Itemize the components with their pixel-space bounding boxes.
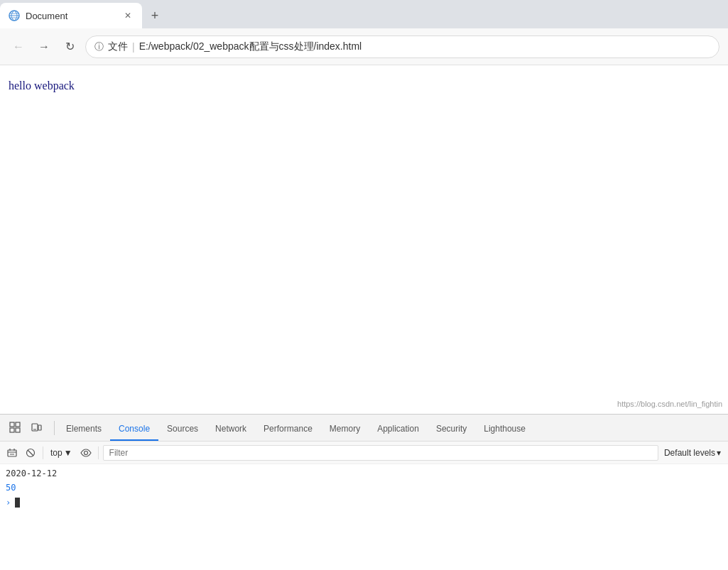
- devtools-tab-bar: Elements Console Sources Network Perform…: [0, 415, 728, 442]
- tab-performance[interactable]: Performance: [255, 418, 321, 441]
- page-text: hello webpack: [9, 80, 75, 92]
- console-number-text: 50: [6, 483, 16, 493]
- toolbar-separator-2: [98, 446, 99, 459]
- nav-bar: ← → ↻ ⓘ 文件 | E:/webpack/02_webpack配置与css…: [0, 28, 728, 65]
- eye-icon: [80, 449, 92, 457]
- tab-console[interactable]: Console: [110, 418, 158, 441]
- console-date-text: 2020-12-12: [6, 468, 57, 478]
- tab-memory[interactable]: Memory: [321, 418, 369, 441]
- new-tab-button[interactable]: +: [145, 6, 165, 26]
- default-levels-selector[interactable]: Default levels ▾: [661, 445, 724, 461]
- address-prefix: 文件: [108, 40, 128, 53]
- inspect-icon: [9, 422, 21, 433]
- tab-separator: [54, 421, 55, 435]
- refresh-button[interactable]: ↻: [60, 37, 80, 57]
- tab-application[interactable]: Application: [369, 418, 428, 441]
- address-divider: |: [132, 41, 135, 53]
- context-selector[interactable]: top ▼: [48, 445, 75, 461]
- svg-rect-5: [16, 422, 20, 427]
- tab-network[interactable]: Network: [207, 418, 255, 441]
- page-content: hello webpack https://blog.csdn.net/lin_…: [0, 65, 728, 414]
- stop-script-button[interactable]: [23, 445, 38, 461]
- filter-input[interactable]: [103, 445, 658, 461]
- active-tab[interactable]: Document ✕: [0, 3, 142, 28]
- console-output: 2020-12-12 50 ›: [0, 464, 728, 570]
- tab-sources[interactable]: Sources: [158, 418, 207, 441]
- tab-close-button[interactable]: ✕: [122, 10, 134, 21]
- toolbar-separator: [43, 446, 43, 459]
- tab-bar: Document ✕ +: [0, 0, 728, 28]
- svg-rect-6: [10, 428, 14, 432]
- tab-favicon-icon: [9, 10, 20, 21]
- console-toolbar: top ▼ Default levels ▾: [0, 442, 728, 464]
- tab-title: Document: [26, 11, 116, 21]
- tab-security[interactable]: Security: [428, 418, 475, 441]
- secure-icon: ⓘ: [94, 40, 104, 53]
- svg-rect-7: [16, 428, 20, 432]
- svg-rect-11: [8, 450, 16, 456]
- watermark-text: https://blog.csdn.net/lin_fightin: [617, 400, 722, 408]
- device-toolbar-button[interactable]: [27, 418, 45, 437]
- tab-lighthouse[interactable]: Lighthouse: [475, 418, 534, 441]
- console-line-number: 50: [0, 481, 728, 495]
- stop-icon: [26, 448, 36, 458]
- svg-point-18: [84, 451, 87, 454]
- prompt-arrow-icon: ›: [6, 498, 11, 508]
- tab-elements[interactable]: Elements: [58, 418, 110, 441]
- cursor-blink: [15, 498, 20, 508]
- console-line-date: 2020-12-12: [0, 467, 728, 481]
- address-url: E:/webpack/02_webpack配置与css处理/index.html: [139, 40, 362, 53]
- forward-button[interactable]: →: [34, 37, 54, 57]
- svg-line-17: [28, 450, 33, 456]
- browser-window: Document ✕ + ← → ↻ ⓘ 文件 | E:/webpack/02_…: [0, 0, 728, 570]
- svg-rect-9: [38, 425, 41, 430]
- console-prompt-line[interactable]: ›: [0, 495, 728, 510]
- device-icon: [31, 422, 42, 433]
- back-button[interactable]: ←: [9, 37, 28, 57]
- clear-console-button[interactable]: [4, 445, 20, 461]
- svg-rect-4: [10, 422, 14, 427]
- live-expressions-button[interactable]: [78, 445, 94, 461]
- devtools-panel: Elements Console Sources Network Perform…: [0, 414, 728, 570]
- address-bar[interactable]: ⓘ 文件 | E:/webpack/02_webpack配置与css处理/ind…: [85, 35, 719, 58]
- clear-console-icon: [7, 448, 17, 458]
- devtools-toolbar-icons: [6, 415, 45, 441]
- inspect-element-button[interactable]: [6, 418, 24, 437]
